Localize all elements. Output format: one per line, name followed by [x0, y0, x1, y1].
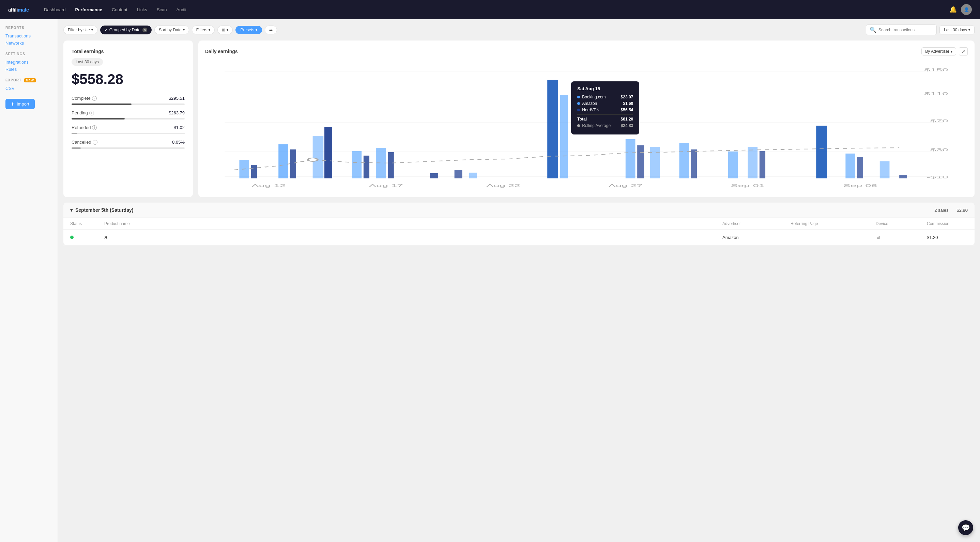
complete-progress: [72, 103, 185, 105]
pending-progress: [72, 118, 185, 119]
pending-label: Pending i: [72, 110, 94, 116]
chevron-down-icon: ▾: [227, 28, 228, 32]
chat-button[interactable]: 💬: [958, 520, 973, 535]
main-layout: REPORTS Transactions Networks SETTINGS I…: [0, 19, 980, 542]
svg-text:$30: $30: [930, 148, 948, 152]
svg-rect-29: [691, 149, 697, 178]
chart-card-header: Daily earnings By Advertiser ▾ ⤢: [205, 48, 968, 55]
by-advertiser-button[interactable]: By Advertiser ▾: [921, 48, 956, 55]
svg-text:Sep 06: Sep 06: [843, 184, 877, 188]
row-device: 🖥: [876, 235, 927, 240]
svg-rect-11: [251, 165, 257, 178]
svg-text:Aug 17: Aug 17: [369, 184, 403, 188]
grouped-by-date-button[interactable]: ✓ Grouped by Date ✕: [100, 25, 152, 34]
info-icon[interactable]: i: [92, 96, 97, 101]
row-advertiser: Amazon: [722, 235, 791, 240]
transactions-group-header: ▾ September 5th (Saturday) 2 sales $2.80: [64, 203, 975, 218]
notifications-bell-icon[interactable]: 🔔: [949, 6, 957, 13]
search-input[interactable]: [878, 28, 933, 32]
columns-button[interactable]: ⊞ ▾: [217, 25, 233, 34]
svg-rect-34: [845, 154, 855, 178]
col-commission: Commission: [927, 221, 968, 226]
nav-right: 🔔 👤: [949, 4, 972, 15]
sort-by-date-button[interactable]: Sort by Date ▾: [154, 25, 189, 34]
svg-rect-12: [278, 144, 288, 178]
svg-rect-35: [858, 157, 863, 178]
earnings-card-title: Total earnings: [72, 49, 185, 54]
sidebar-item-networks[interactable]: Networks: [5, 40, 52, 47]
refunded-value: -$1.02: [172, 125, 185, 130]
tooltip-date: Sat Aug 15: [577, 86, 633, 91]
svg-rect-25: [625, 139, 635, 178]
tooltip-nordvpn: NordVPN $56.54: [577, 108, 633, 113]
table-row: a Amazon 🖥 $1.20: [64, 230, 975, 246]
info-icon[interactable]: i: [93, 140, 97, 145]
sidebar-settings-heading: SETTINGS: [5, 52, 52, 56]
svg-rect-32: [759, 151, 765, 178]
filter-by-site-button[interactable]: Filter by site ▾: [64, 25, 97, 34]
nav-scan[interactable]: Scan: [153, 5, 171, 14]
chart-card: Daily earnings By Advertiser ▾ ⤢ Sat Aug…: [198, 41, 975, 197]
sidebar-item-integrations[interactable]: Integrations: [5, 59, 52, 66]
group-title: ▾ September 5th (Saturday): [70, 207, 133, 213]
svg-rect-33: [816, 126, 827, 178]
tooltip-total: Total $81.20: [577, 114, 633, 122]
svg-rect-31: [748, 147, 757, 178]
avatar[interactable]: 👤: [961, 4, 972, 15]
collapse-icon[interactable]: ▾: [70, 207, 73, 213]
date-range-button[interactable]: Last 30 days ▾: [939, 25, 975, 34]
svg-rect-26: [637, 145, 644, 178]
sales-count: 2 sales: [934, 208, 948, 213]
svg-rect-27: [650, 147, 660, 178]
svg-rect-17: [364, 155, 369, 178]
svg-text:Aug 22: Aug 22: [486, 184, 520, 188]
sidebar-item-csv[interactable]: CSV: [5, 85, 52, 92]
chart-tooltip: Sat Aug 15 Booking.com $23.07 Amazon: [571, 81, 639, 135]
svg-rect-19: [388, 152, 394, 178]
svg-rect-28: [679, 143, 689, 178]
svg-text:Aug 27: Aug 27: [609, 184, 643, 188]
sidebar-item-rules[interactable]: Rules: [5, 66, 52, 73]
cancelled-row: Cancelled i 8.05%: [72, 139, 185, 145]
nav-performance[interactable]: Performance: [71, 5, 106, 14]
svg-rect-16: [352, 151, 361, 178]
col-referring: Referring Page: [791, 221, 876, 226]
search-icon: 🔍: [870, 27, 877, 33]
col-status: Status: [70, 221, 104, 226]
sidebar-export-heading: EXPORT NEW: [5, 78, 52, 82]
col-device: Device: [876, 221, 927, 226]
col-product: Product name: [104, 221, 722, 226]
close-icon[interactable]: ✕: [142, 28, 147, 32]
svg-rect-14: [313, 136, 324, 178]
sales-value: $2.80: [956, 208, 968, 213]
chevron-down-icon: ▾: [183, 28, 185, 32]
import-button[interactable]: ⬆ Import: [5, 99, 35, 109]
desktop-icon: 🖥: [876, 235, 880, 240]
nav-links-link[interactable]: Links: [133, 5, 151, 14]
cancelled-progress: [72, 147, 185, 149]
svg-text:Sep 01: Sep 01: [730, 184, 765, 188]
toolbar: Filter by site ▾ ✓ Grouped by Date ✕ Sor…: [64, 24, 975, 35]
svg-rect-13: [290, 149, 296, 178]
nav-dashboard[interactable]: Dashboard: [40, 5, 70, 14]
tooltip-booking: Booking.com $23.07: [577, 95, 633, 100]
adjust-button[interactable]: ⇌: [265, 25, 277, 34]
svg-text:$70: $70: [930, 119, 948, 123]
nav-audit[interactable]: Audit: [172, 5, 191, 14]
filters-button[interactable]: Filters ▾: [192, 25, 215, 34]
table-header: Status Product name Advertiser Referring…: [64, 218, 975, 230]
sidebar-item-transactions[interactable]: Transactions: [5, 32, 52, 40]
chart-container: Sat Aug 15 Booking.com $23.07 Amazon: [205, 61, 968, 190]
presets-button[interactable]: Presets ▾: [235, 26, 262, 34]
search-box[interactable]: 🔍: [866, 24, 937, 35]
svg-rect-21: [455, 170, 462, 178]
info-icon[interactable]: i: [89, 111, 94, 116]
nav-content[interactable]: Content: [108, 5, 132, 14]
expand-chart-button[interactable]: ⤢: [959, 48, 968, 55]
tooltip-dot-nordvpn: [577, 109, 580, 111]
import-icon: ⬆: [11, 101, 15, 106]
info-icon[interactable]: i: [92, 125, 97, 130]
svg-text:$150: $150: [924, 68, 948, 72]
row-status: [70, 235, 104, 240]
svg-rect-36: [880, 162, 890, 178]
